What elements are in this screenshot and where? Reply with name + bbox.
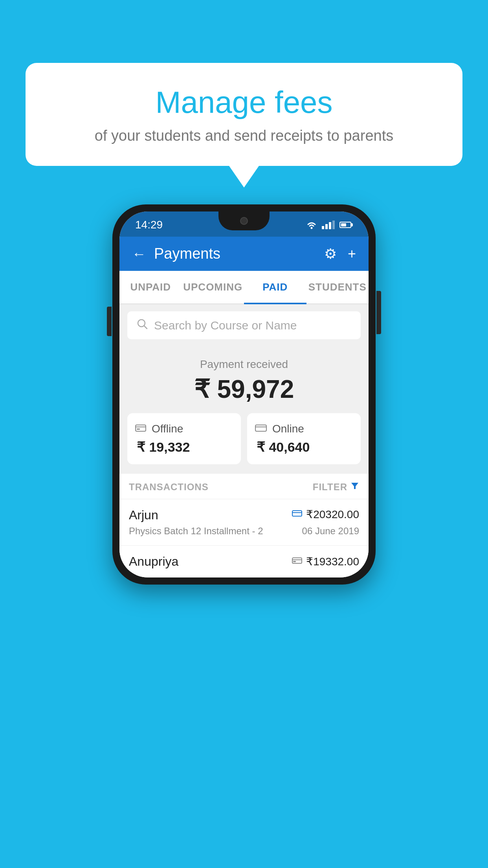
battery-icon [339, 221, 353, 229]
notch-camera [240, 217, 248, 225]
app-bar-title: Payments [154, 245, 220, 262]
search-icon [137, 318, 148, 332]
settings-button[interactable]: ⚙ [324, 246, 337, 262]
phone-notch [218, 211, 270, 230]
online-card-type: Online [272, 423, 304, 435]
transaction-name-anupriya: Anupriya [129, 554, 178, 569]
signal-bar-1 [322, 226, 324, 229]
tab-upcoming[interactable]: UPCOMING [182, 271, 244, 303]
tab-unpaid[interactable]: UNPAID [119, 271, 182, 303]
phone-screen: 14:29 [119, 211, 369, 577]
offline-payment-icon-anupriya [292, 555, 302, 568]
svg-marker-8 [351, 483, 358, 489]
svg-rect-5 [137, 428, 140, 430]
signal-bar-2 [325, 224, 328, 229]
payment-received-label: Payment received [119, 358, 369, 371]
filter-icon [350, 482, 359, 493]
speech-bubble-title: Manage fees [53, 85, 435, 120]
svg-rect-6 [255, 425, 266, 431]
filter-button[interactable]: FILTER [313, 482, 359, 493]
transactions-label: TRANSACTIONS [129, 482, 209, 493]
battery-body [339, 222, 351, 228]
transaction-item-arjun[interactable]: Arjun ₹20320.00 Physics Batch 12 Install… [119, 499, 369, 545]
transaction-name-arjun: Arjun [129, 508, 158, 522]
transaction-item-anupriya[interactable]: Anupriya ₹19332.00 [119, 545, 369, 577]
filter-text: FILTER [313, 482, 347, 493]
svg-rect-3 [136, 425, 146, 431]
signal-bars-icon [322, 221, 335, 229]
add-button[interactable]: + [348, 246, 356, 262]
transaction-amount-wrap-anupriya: ₹19332.00 [292, 555, 359, 568]
transaction-date-arjun: 06 June 2019 [302, 526, 359, 537]
online-card-amount: ₹ 40,640 [255, 439, 353, 455]
offline-card-amount: ₹ 19,332 [135, 439, 233, 455]
tabs: UNPAID UPCOMING PAID STUDENTS [119, 271, 369, 304]
online-payment-icon [255, 423, 267, 435]
transaction-amount-arjun: ₹20320.00 [306, 508, 359, 521]
tab-students[interactable]: STUDENTS [306, 271, 369, 303]
online-payment-card: Online ₹ 40,640 [247, 413, 361, 464]
speech-bubble: Manage fees of your students and send re… [26, 63, 462, 166]
search-input[interactable]: Search by Course or Name [154, 319, 297, 332]
signal-bar-3 [329, 222, 331, 229]
transaction-amount-wrap-arjun: ₹20320.00 [292, 508, 359, 521]
online-card-top: Online [255, 423, 353, 435]
tab-paid[interactable]: PAID [244, 271, 306, 303]
online-payment-icon-arjun [292, 508, 302, 520]
transaction-row-arjun: Arjun ₹20320.00 [129, 508, 359, 522]
speech-bubble-arrow [229, 166, 259, 188]
phone-outer: 14:29 [112, 204, 376, 585]
svg-rect-9 [292, 511, 302, 516]
offline-payment-card: Offline ₹ 19,332 [127, 413, 241, 464]
svg-line-2 [144, 326, 147, 329]
transaction-details-row-arjun: Physics Batch 12 Installment - 2 06 June… [129, 526, 359, 537]
speech-bubble-container: Manage fees of your students and send re… [26, 63, 462, 188]
back-button[interactable]: ← [132, 246, 146, 262]
status-time: 14:29 [135, 219, 163, 231]
transactions-header: TRANSACTIONS FILTER [119, 474, 369, 499]
app-bar-left: ← Payments [132, 245, 220, 262]
offline-payment-icon [135, 423, 146, 435]
svg-rect-11 [292, 558, 302, 563]
payment-received-section: Payment received ₹ 59,972 [119, 346, 369, 413]
svg-rect-13 [293, 561, 296, 562]
app-bar: ← Payments ⚙ + [119, 237, 369, 271]
transaction-course-arjun: Physics Batch 12 Installment - 2 [129, 526, 263, 537]
payment-received-amount: ₹ 59,972 [119, 375, 369, 404]
app-bar-right: ⚙ + [324, 246, 356, 262]
offline-card-type: Offline [152, 423, 183, 435]
transaction-amount-anupriya: ₹19332.00 [306, 555, 359, 568]
wifi-icon [306, 221, 317, 229]
speech-bubble-subtitle: of your students and send receipts to pa… [53, 127, 435, 144]
offline-card-top: Offline [135, 423, 233, 435]
battery-tip [351, 223, 353, 226]
search-container[interactable]: Search by Course or Name [127, 311, 361, 339]
payment-cards: Offline ₹ 19,332 Online ₹ 4 [119, 413, 369, 474]
battery-fill [341, 223, 346, 226]
status-icons [306, 221, 353, 229]
phone-container: 14:29 [112, 204, 376, 585]
svg-point-0 [311, 227, 313, 229]
signal-bar-4 [332, 221, 335, 229]
